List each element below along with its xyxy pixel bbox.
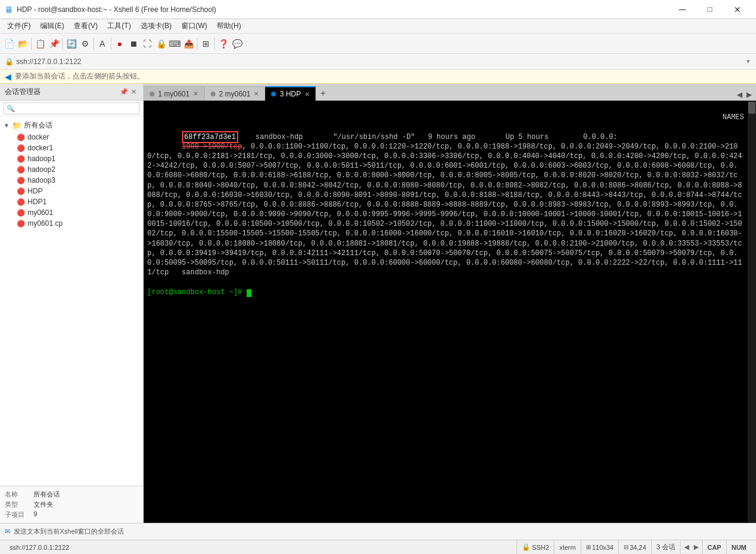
dropdown-icon[interactable]: ▼ <box>745 58 751 65</box>
address-text[interactable]: ssh://127.0.0.1:2122 <box>16 57 743 66</box>
menu-edit[interactable]: 编辑(E) <box>35 20 69 32</box>
terminal[interactable]: NAMES 68ff23a7d3e1 sandbox-hdp "/usr/sbi… <box>144 101 756 523</box>
fullscreen-button[interactable]: ⛶ <box>141 37 154 50</box>
tab-2[interactable]: 2 my0601 ✕ <box>205 86 266 101</box>
transfer-button[interactable]: 📤 <box>182 37 195 50</box>
lock-button[interactable]: 🔒 <box>154 37 168 50</box>
session-label: my0601 <box>28 208 53 217</box>
tab-3[interactable]: 3 HDP ✕ <box>265 86 315 101</box>
session-item-docker1[interactable]: 🔴 docker1 <box>0 143 143 153</box>
copy-button[interactable]: 📋 <box>34 37 47 50</box>
window-title: HDP - root@sandbox-host:~ - Xshell 6 (Fr… <box>17 5 669 14</box>
tree-root[interactable]: ▼ 📁 所有会话 <box>0 119 143 132</box>
main-area: 会话管理器 📌 ✕ ▼ 📁 所有会话 🔴 docker 🔴 docker1 <box>0 84 756 523</box>
session-item-hdp1[interactable]: 🔴 HDP1 <box>0 196 143 207</box>
prompt-line: [root@sandbox-host ~]# <box>147 288 251 296</box>
tab-next-button[interactable]: ▶ <box>744 89 754 101</box>
tab-1-dot <box>150 92 154 96</box>
pin-button[interactable]: 📌 <box>119 87 129 97</box>
prev-session-button[interactable]: ◀ <box>682 541 691 554</box>
status-right: 🔒 SSH2 xterm ⊞ 110x34 ⊟ 34,24 3 会话 ◀ ▶ C… <box>517 540 751 555</box>
font-button[interactable]: A <box>96 37 109 50</box>
session-panel: 会话管理器 📌 ✕ ▼ 📁 所有会话 🔴 docker 🔴 docker1 <box>0 84 144 523</box>
stop-button[interactable]: ⏹ <box>127 37 140 50</box>
cap-label: CAP <box>708 544 721 551</box>
refresh-button[interactable]: 🔄 <box>65 37 78 50</box>
type-label: 类型 <box>5 500 29 509</box>
status-position: ⊟ 34,24 <box>618 540 651 555</box>
lock-status-icon: 🔒 <box>522 543 530 551</box>
paste-button[interactable]: 📌 <box>47 37 60 50</box>
conn-icon: 🔴 <box>17 134 25 141</box>
ports-line: 1000->1000/tcp, 0.0.0.0:1100->1100/tcp, … <box>147 143 742 277</box>
add-tab-button[interactable]: + <box>316 86 330 101</box>
root-label: 所有会话 <box>24 120 53 131</box>
status-nav-buttons: ◀ ▶ <box>680 541 702 554</box>
tab-2-close[interactable]: ✕ <box>254 90 259 97</box>
session-search-input[interactable] <box>4 102 139 114</box>
menu-tabs[interactable]: 选项卡(B) <box>136 20 177 32</box>
tab-2-dot <box>211 92 215 96</box>
chat-button[interactable]: 💬 <box>230 37 244 50</box>
open-button[interactable]: 📂 <box>16 37 29 50</box>
menu-view[interactable]: 查看(V) <box>69 20 102 32</box>
cursor-block <box>247 289 251 297</box>
tab-2-label: 2 my0601 <box>219 90 251 98</box>
dimensions-label: 110x34 <box>592 544 614 551</box>
menu-help[interactable]: 帮助(H) <box>212 20 246 32</box>
tab-3-dot <box>271 92 276 96</box>
tab-nav: ◀ ▶ <box>734 89 756 101</box>
window-controls: ─ □ ✕ <box>669 1 751 18</box>
app-icon: 🖥 <box>5 5 13 14</box>
record-button[interactable]: ● <box>113 37 126 50</box>
maximize-button[interactable]: □ <box>696 1 724 18</box>
name-value: 所有会话 <box>34 490 60 499</box>
menu-tools[interactable]: 工具(T) <box>102 20 135 32</box>
tab-1[interactable]: 1 my0601 ✕ <box>144 86 205 101</box>
terminal-scrollthumb[interactable] <box>748 102 755 114</box>
new-session-button[interactable]: 📄 <box>2 37 16 50</box>
conn-icon: 🔴 <box>17 144 25 152</box>
terminal-scrollbar[interactable] <box>748 101 756 523</box>
conn-icon: 🔴 <box>17 220 25 228</box>
session-search-box <box>0 101 143 117</box>
help-button[interactable]: ❓ <box>217 37 230 50</box>
session-item-my0601cp[interactable]: 🔴 my0601 cp <box>0 218 143 229</box>
menu-window[interactable]: 窗口(W) <box>177 20 212 32</box>
session-label: hadoop1 <box>28 155 56 163</box>
layout-button[interactable]: ⊞ <box>199 37 212 50</box>
terminal-type-label: xterm <box>559 544 576 551</box>
tab-3-close[interactable]: ✕ <box>305 91 309 98</box>
settings-button[interactable]: ⚙ <box>78 37 92 50</box>
status-dimensions: ⊞ 110x34 <box>581 540 618 555</box>
position-label: 34,24 <box>630 544 646 551</box>
status-cap: CAP <box>702 540 726 555</box>
send-icon: ✉ <box>5 528 10 535</box>
tab-prev-button[interactable]: ◀ <box>734 89 744 101</box>
close-button[interactable]: ✕ <box>724 1 751 18</box>
session-panel-header: 会话管理器 📌 ✕ <box>0 84 143 101</box>
close-panel-button[interactable]: ✕ <box>129 87 138 97</box>
tab-1-close[interactable]: ✕ <box>193 90 198 97</box>
session-item-hadoop1[interactable]: 🔴 hadoop1 <box>0 153 143 164</box>
next-session-button[interactable]: ▶ <box>691 541 701 554</box>
sessions-label: 3 会话 <box>657 543 675 552</box>
session-label: HDP1 <box>28 198 47 206</box>
keyboard-button[interactable]: ⌨ <box>168 37 181 50</box>
minimize-button[interactable]: ─ <box>669 1 696 18</box>
folder-icon: 📁 <box>12 121 22 130</box>
num-label: NUM <box>731 544 746 551</box>
container-id: 68ff23a7d3e1 <box>182 131 238 143</box>
session-item-docker[interactable]: 🔴 docker <box>0 132 143 143</box>
session-item-hadoop2[interactable]: 🔴 hadoop2 <box>0 164 143 175</box>
conn-icon: 🔴 <box>17 198 25 206</box>
session-item-hdp[interactable]: 🔴 HDP <box>0 186 143 196</box>
session-label: my0601 cp <box>28 219 63 228</box>
conn-icon: 🔴 <box>17 187 25 195</box>
session-item-my0601[interactable]: 🔴 my0601 <box>0 207 143 218</box>
terminal-content: NAMES 68ff23a7d3e1 sandbox-hdp "/usr/sbi… <box>147 103 752 307</box>
toolbar: 📄 📂 📋 📌 🔄 ⚙ A ● ⏹ ⛶ 🔒 ⌨ 📤 ⊞ ❓ 💬 <box>0 34 756 54</box>
session-item-hadoop3[interactable]: 🔴 hadoop3 <box>0 175 143 186</box>
send-label: 发送文本到当前Xshell窗口的全部会话 <box>14 527 124 536</box>
menu-file[interactable]: 文件(F) <box>2 20 35 32</box>
